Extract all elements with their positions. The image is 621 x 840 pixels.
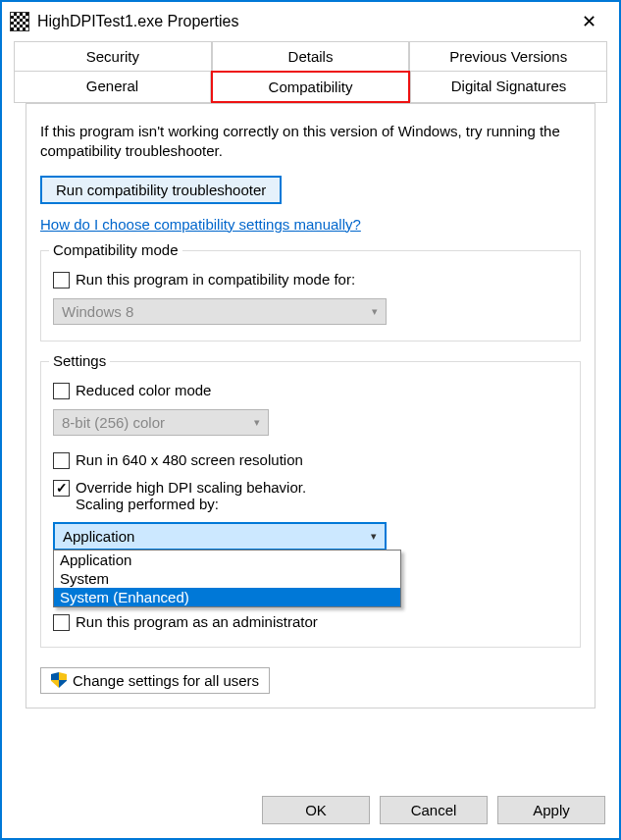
dpi-option-system[interactable]: System [54, 569, 400, 588]
color-depth-selected: 8-bit (256) color [62, 414, 165, 431]
dpi-scaling-list: Application System System (Enhanced) [53, 550, 401, 607]
override-dpi-label: Override high DPI scaling behavior. Scal… [76, 479, 306, 512]
tab-security[interactable]: Security [14, 41, 212, 71]
reduced-color-label: Reduced color mode [76, 382, 211, 398]
settings-legend: Settings [49, 352, 110, 369]
compatibility-panel: If this program isn't working correctly … [26, 103, 595, 709]
color-depth-dropdown: 8-bit (256) color ▾ [53, 409, 269, 436]
shield-icon [51, 672, 67, 688]
tab-general[interactable]: General [14, 71, 211, 103]
tab-details[interactable]: Details [212, 41, 410, 71]
dpi-option-application[interactable]: Application [54, 551, 400, 569]
window-title: HighDPITest1.exe Properties [37, 13, 566, 30]
run-as-admin-label: Run this program as an administrator [76, 613, 318, 630]
ok-button[interactable]: OK [262, 796, 370, 824]
compat-mode-checkbox[interactable] [53, 272, 70, 289]
settings-group: Settings Reduced color mode 8-bit (256) … [40, 361, 581, 648]
dpi-scaling-dropdown[interactable]: Application ▾ Application System System … [53, 522, 387, 551]
apply-button[interactable]: Apply [497, 796, 605, 824]
dpi-option-system-enhanced[interactable]: System (Enhanced) [54, 588, 400, 606]
app-icon [10, 12, 29, 31]
run-as-admin-row: Run this program as an administrator [53, 613, 568, 631]
compatibility-mode-legend: Compatibility mode [49, 241, 182, 258]
dpi-scaling-selected: Application [63, 528, 134, 545]
tab-row-1: Security Details Previous Versions [14, 41, 607, 71]
compat-mode-label: Run this program in compatibility mode f… [76, 271, 355, 288]
run-640x480-label: Run in 640 x 480 screen resolution [76, 451, 303, 468]
compat-mode-selected: Windows 8 [62, 303, 133, 320]
run-troubleshooter-button[interactable]: Run compatibility troubleshooter [40, 176, 282, 204]
run-640x480-checkbox[interactable] [53, 452, 70, 469]
run-as-admin-checkbox[interactable] [53, 614, 70, 631]
compat-mode-dropdown: Windows 8 ▾ [53, 298, 387, 325]
close-button[interactable]: ✕ [566, 6, 611, 37]
override-dpi-checkbox[interactable] [53, 480, 70, 497]
close-icon: ✕ [582, 13, 596, 30]
reduced-color-checkbox[interactable] [53, 383, 70, 399]
compatibility-mode-group: Compatibility mode Run this program in c… [40, 250, 581, 341]
tab-digital-signatures[interactable]: Digital Signatures [410, 71, 607, 103]
help-link[interactable]: How do I choose compatibility settings m… [40, 216, 361, 233]
dialog-button-bar: OK Cancel Apply [262, 796, 605, 824]
tab-area: Security Details Previous Versions Gener… [2, 41, 619, 709]
chevron-down-icon: ▾ [371, 530, 377, 543]
tab-previous-versions[interactable]: Previous Versions [409, 41, 607, 71]
tab-row-2: General Compatibility Digital Signatures [14, 71, 607, 103]
chevron-down-icon: ▾ [372, 305, 378, 318]
chevron-down-icon: ▾ [254, 416, 260, 429]
titlebar: HighDPITest1.exe Properties ✕ [2, 2, 619, 41]
change-settings-all-users-label: Change settings for all users [73, 672, 259, 689]
intro-text: If this program isn't working correctly … [40, 122, 581, 162]
change-settings-all-users-button[interactable]: Change settings for all users [40, 667, 270, 694]
tab-compatibility[interactable]: Compatibility [211, 71, 410, 103]
cancel-button[interactable]: Cancel [380, 796, 488, 824]
